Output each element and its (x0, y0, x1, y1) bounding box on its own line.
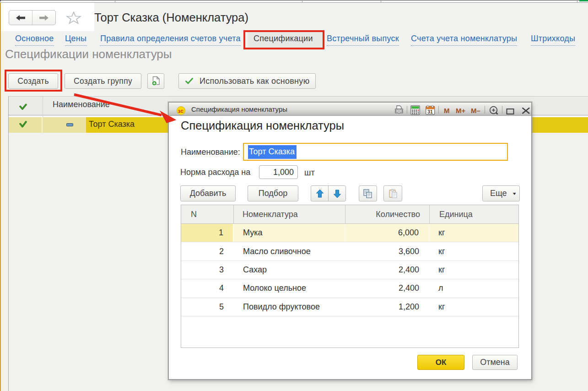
svg-text:M: M (444, 107, 450, 114)
svg-text:M+: M+ (456, 107, 465, 114)
svg-text:M–: M– (471, 107, 480, 114)
svg-text:31: 31 (427, 109, 433, 114)
svg-text:1С: 1С (178, 109, 183, 114)
